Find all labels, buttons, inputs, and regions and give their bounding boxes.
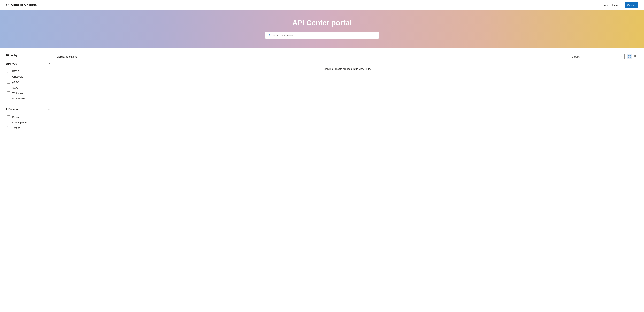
filter-item-testing[interactable]: Testing bbox=[7, 125, 50, 131]
grid-view-button[interactable] bbox=[627, 54, 632, 59]
checkbox[interactable] bbox=[7, 91, 10, 94]
checkbox[interactable] bbox=[7, 75, 10, 78]
filter-label: SOAP bbox=[12, 86, 20, 89]
list-icon bbox=[634, 55, 636, 58]
signin-button[interactable]: Sign in bbox=[624, 2, 638, 8]
brand-block: Contoso API portal bbox=[6, 3, 37, 7]
top-nav: Home Help Sign in bbox=[602, 2, 638, 8]
checkbox[interactable] bbox=[7, 97, 10, 100]
filter-item-rest[interactable]: REST bbox=[7, 68, 50, 74]
checkbox[interactable] bbox=[7, 121, 10, 124]
top-bar: Contoso API portal Home Help Sign in bbox=[0, 0, 644, 10]
toolbar-right: Sort by bbox=[572, 54, 638, 59]
filter-label: WebSocket bbox=[12, 97, 25, 100]
svg-point-2 bbox=[6, 5, 8, 6]
filter-toggle-api-type[interactable]: API type bbox=[6, 62, 50, 65]
main-panel: Displaying 0 items Sort by bbox=[56, 54, 638, 137]
filter-title: Lifecycle bbox=[6, 108, 18, 111]
divider bbox=[621, 2, 621, 7]
sort-label: Sort by bbox=[572, 55, 580, 58]
filter-item-grpc[interactable]: gRPC bbox=[7, 79, 50, 85]
filter-title: API type bbox=[6, 62, 17, 65]
svg-point-4 bbox=[268, 34, 270, 36]
filter-item-websocket[interactable]: WebSocket bbox=[7, 96, 50, 101]
svg-point-3 bbox=[8, 5, 9, 6]
checkbox[interactable] bbox=[7, 80, 10, 84]
search-icon bbox=[267, 34, 270, 37]
empty-state-message: Sign in or create an account to view API… bbox=[56, 67, 638, 70]
results-toolbar: Displaying 0 items Sort by bbox=[56, 54, 638, 59]
hero-title: API Center portal bbox=[292, 19, 352, 27]
apps-grid-icon bbox=[6, 3, 9, 6]
filter-item-soap[interactable]: SOAP bbox=[7, 85, 50, 90]
checkbox[interactable] bbox=[7, 86, 10, 89]
svg-rect-8 bbox=[628, 56, 629, 57]
filter-list-lifecycle: Design Development Testing bbox=[6, 114, 50, 131]
filter-item-webhook[interactable]: Webhook bbox=[7, 90, 50, 96]
nav-home[interactable]: Home bbox=[602, 3, 609, 6]
list-view-button[interactable] bbox=[632, 54, 638, 59]
svg-rect-9 bbox=[630, 56, 631, 57]
filter-toggle-lifecycle[interactable]: Lifecycle bbox=[6, 108, 50, 111]
svg-point-12 bbox=[634, 56, 634, 56]
view-toggle bbox=[626, 54, 638, 59]
filter-item-graphql[interactable]: GraphQL bbox=[7, 74, 50, 79]
svg-point-0 bbox=[6, 4, 8, 5]
search-input[interactable] bbox=[265, 32, 379, 39]
svg-rect-6 bbox=[628, 55, 629, 56]
sort-dropdown[interactable] bbox=[582, 54, 624, 59]
filter-list-api-type: REST GraphQL gRPC SOAP Webhook bbox=[6, 68, 50, 101]
filter-label: Development bbox=[12, 121, 27, 124]
filter-label: Design bbox=[12, 116, 20, 118]
filter-item-development[interactable]: Development bbox=[7, 120, 50, 125]
count-prefix: Displaying bbox=[56, 55, 69, 58]
filter-label: Webhook bbox=[12, 92, 23, 94]
checkbox[interactable] bbox=[7, 126, 10, 129]
count-suffix: items bbox=[70, 55, 77, 58]
hero-banner: API Center portal bbox=[0, 10, 644, 48]
filter-item-design[interactable]: Design bbox=[7, 114, 50, 120]
filter-label: REST bbox=[12, 70, 19, 73]
checkbox[interactable] bbox=[7, 70, 10, 73]
filter-label: GraphQL bbox=[12, 75, 23, 78]
grid-icon bbox=[628, 55, 631, 58]
filter-label: Testing bbox=[12, 126, 20, 129]
svg-line-5 bbox=[269, 35, 270, 36]
content-area: Filter by API type REST GraphQL bbox=[0, 48, 644, 137]
filter-section-lifecycle: Lifecycle Design Development Testing bbox=[6, 108, 50, 134]
filter-heading: Filter by bbox=[6, 54, 50, 57]
result-count: Displaying 0 items bbox=[56, 55, 77, 58]
filter-label: gRPC bbox=[12, 81, 19, 84]
count-value: 0 bbox=[69, 55, 70, 58]
filter-section-api-type: API type REST GraphQL gRPC bbox=[6, 62, 50, 105]
filter-sidebar: Filter by API type REST GraphQL bbox=[6, 54, 50, 137]
chevron-up-icon bbox=[48, 108, 50, 111]
svg-rect-7 bbox=[630, 55, 631, 56]
brand-title: Contoso API portal bbox=[11, 3, 37, 7]
chevron-down-icon bbox=[620, 55, 623, 58]
checkbox[interactable] bbox=[7, 115, 10, 118]
svg-point-1 bbox=[8, 4, 9, 5]
svg-point-10 bbox=[634, 55, 634, 56]
svg-point-14 bbox=[634, 57, 634, 57]
nav-help[interactable]: Help bbox=[612, 3, 618, 6]
search-wrap bbox=[265, 32, 379, 39]
chevron-up-icon bbox=[48, 62, 50, 65]
